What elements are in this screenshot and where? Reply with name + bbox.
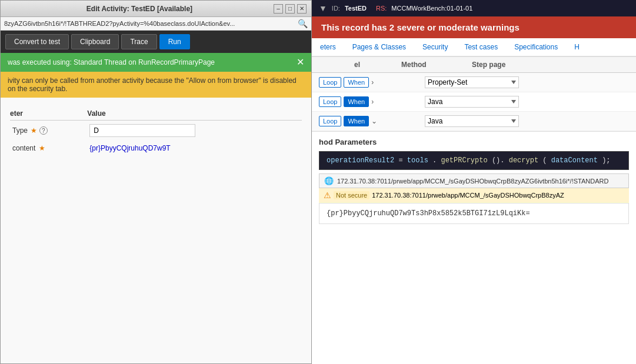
warning-triangle-icon: ⚠ xyxy=(324,191,331,200)
tab-pages-classes-label: Pages & Classes xyxy=(352,43,406,51)
tab-h[interactable]: H xyxy=(566,38,588,57)
close-button[interactable]: ✕ xyxy=(297,4,307,14)
params-area: eter Value Type ★ ? cont xyxy=(1,98,311,363)
search-icon[interactable]: 🔍 xyxy=(298,19,308,28)
warning-text: This record has 2 severe or moderate war… xyxy=(321,22,520,32)
editor-window: Edit Activity: TestED [Available] – □ ✕ … xyxy=(0,0,312,364)
loop-when-cell-2: Loop When › xyxy=(319,96,425,107)
method-select-3[interactable]: Java Property-Set xyxy=(425,115,519,127)
pega-back-arrow[interactable]: ▼ xyxy=(319,4,327,13)
notification-green: was executed using: Standard Thread on R… xyxy=(1,53,311,72)
code-var-datacontent: dataContent xyxy=(551,156,598,165)
code-method-decrypt: decrypt xyxy=(509,156,538,165)
loop-button-2[interactable]: Loop xyxy=(319,96,341,107)
pega-header: ▼ ID: TestED RS: MCCMWorkBench:01-01-01 xyxy=(312,0,636,16)
loop-button-1[interactable]: Loop xyxy=(319,77,341,88)
table-row: Type ★ ? xyxy=(10,121,302,141)
param-type-input[interactable] xyxy=(89,124,195,137)
minimize-button[interactable]: – xyxy=(274,4,283,14)
rs-label: RS: xyxy=(376,5,387,12)
param-content-label: content xyxy=(12,144,35,152)
tab-test-cases[interactable]: Test cases xyxy=(456,38,506,57)
title-bar: Edit Activity: TestED [Available] – □ ✕ xyxy=(1,1,311,17)
toolbar: Convert to test Clipboard Trace Run xyxy=(1,31,311,53)
tab-specifications[interactable]: Specifications xyxy=(506,38,566,57)
method-select-1[interactable]: Property-Set Java xyxy=(425,76,519,88)
tab-pages-classes[interactable]: Pages & Classes xyxy=(344,38,414,57)
address-bar: 8zyAZG6ivtbn5h16i*/!TABTHREAD2?pyActivit… xyxy=(1,17,311,31)
browser-url-text: 172.31.70.38:7011/prweb/app/MCCM_/sGayDS… xyxy=(337,178,624,185)
help-icon-type[interactable]: ? xyxy=(39,126,48,135)
security-warning-bar: ⚠ Not secure 172.31.70.38:7011/prweb/app… xyxy=(319,188,629,203)
warning-banner: This record has 2 severe or moderate war… xyxy=(312,16,636,38)
browser-url-bar: 🌐 172.31.70.38:7011/prweb/app/MCCM_/sGay… xyxy=(319,173,629,188)
when-button-2[interactable]: When xyxy=(344,96,369,107)
chevron-down-icon-3: ⌄ xyxy=(371,117,377,125)
id-label: ID: xyxy=(332,5,340,12)
result-value-box: {pr}PbyyCQjruhuQD7w9Ts3hP8x5852k5BTGI71z… xyxy=(319,203,629,224)
chevron-right-icon-2: › xyxy=(371,98,374,106)
notification-green-text: was executed using: Standard Thread on R… xyxy=(8,58,215,66)
trace-button[interactable]: Trace xyxy=(121,34,156,49)
chevron-right-icon-1: › xyxy=(371,78,374,86)
window-title: Edit Activity: TestED [Available] xyxy=(5,5,274,13)
col-header-step xyxy=(319,61,354,69)
activity-table-area: el Method Step page Loop When › Property… xyxy=(312,57,636,364)
hod-params-section: hod Parameters operationResult2 = tools … xyxy=(312,131,636,230)
notification-green-close[interactable]: ✕ xyxy=(297,58,304,67)
required-star-content: ★ xyxy=(39,144,45,152)
result-value-text: {pr}PbyyCQjruhuQD7w9Ts3hP8x5852k5BTGI71z… xyxy=(327,209,530,218)
minimize-icon: – xyxy=(277,5,280,12)
close-icon: ✕ xyxy=(299,5,304,12)
param-type-label: Type xyxy=(12,126,28,135)
hod-params-title: hod Parameters xyxy=(319,138,629,146)
hod-params-title-text: hod Parameters xyxy=(319,138,377,146)
loop-when-cell-1: Loop When › xyxy=(319,77,425,88)
col-header-el: el xyxy=(354,61,401,69)
table-row: Loop When › Java Property-Set xyxy=(312,92,636,112)
run-button[interactable]: Run xyxy=(159,34,190,49)
maximize-button[interactable]: □ xyxy=(285,4,295,14)
required-star-type: ★ xyxy=(31,126,37,135)
code-var-tools: tools xyxy=(407,156,428,165)
clipboard-button[interactable]: Clipboard xyxy=(71,34,119,49)
notification-yellow-text: ivity can only be called from another ac… xyxy=(8,76,304,93)
loop-button-3[interactable]: Loop xyxy=(319,116,341,126)
col-header-value: Value xyxy=(87,107,302,121)
notification-yellow: ivity can only be called from another ac… xyxy=(1,72,311,98)
col-header-method: Method xyxy=(401,61,472,69)
rs-value: MCCMWorkBench:01-01-01 xyxy=(391,5,472,12)
tab-security-label: Security xyxy=(422,43,448,51)
tab-eters[interactable]: eters xyxy=(312,38,344,57)
tab-eters-label: eters xyxy=(320,43,336,51)
address-text: 8zyAZG6ivtbn5h16i*/!TABTHREAD2?pyActivit… xyxy=(4,20,295,27)
activity-table-header: el Method Step page xyxy=(312,57,636,73)
pega-panel: ▼ ID: TestED RS: MCCMWorkBench:01-01-01 … xyxy=(312,0,636,364)
tab-h-label: H xyxy=(574,43,580,51)
maximize-icon: □ xyxy=(288,5,292,12)
tab-specifications-label: Specifications xyxy=(514,43,558,51)
globe-icon: 🌐 xyxy=(324,176,334,185)
convert-to-test-button[interactable]: Convert to test xyxy=(5,34,69,49)
tab-test-cases-label: Test cases xyxy=(464,43,498,51)
table-row: Loop When ⌄ Java Property-Set xyxy=(312,112,636,131)
method-select-2[interactable]: Java Property-Set xyxy=(425,96,519,108)
params-table: eter Value Type ★ ? cont xyxy=(10,107,302,156)
col-header-steppage: Step page xyxy=(472,61,590,69)
not-secure-badge: Not secure xyxy=(334,191,369,199)
code-method-get: getPRCrypto xyxy=(441,156,487,165)
code-var-result: operationResult2 xyxy=(327,156,394,165)
security-url-text: 172.31.70.38:7011/prweb/app/MCCM_/sGayDS… xyxy=(372,192,564,199)
param-content-value: {pr}PbyyCQjruhuQD7w9T xyxy=(89,144,170,152)
when-button-1[interactable]: When xyxy=(344,77,369,88)
nav-tabs: eters Pages & Classes Security Test case… xyxy=(312,38,636,57)
code-display: operationResult2 = tools . getPRCrypto (… xyxy=(319,151,629,170)
loop-when-cell-3: Loop When ⌄ xyxy=(319,116,425,126)
tab-security[interactable]: Security xyxy=(414,38,456,57)
table-row: content ★ {pr}PbyyCQjruhuQD7w9T xyxy=(10,141,302,156)
window-controls: – □ ✕ xyxy=(274,4,307,14)
when-button-3[interactable]: When xyxy=(344,116,369,126)
col-header-param: eter xyxy=(10,107,87,121)
id-value: TestED xyxy=(345,5,367,12)
table-row: Loop When › Property-Set Java xyxy=(312,73,636,92)
